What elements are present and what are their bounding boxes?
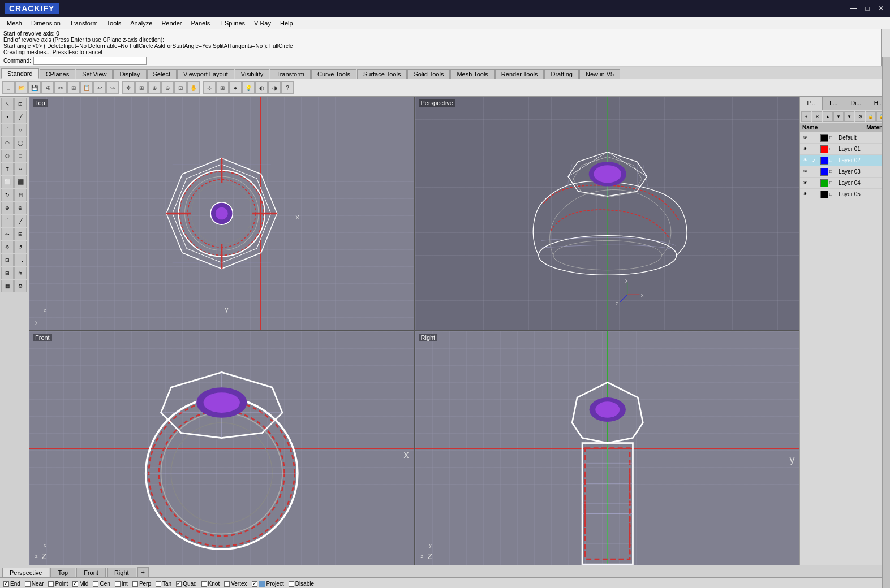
tb-move[interactable]: ✥ <box>122 81 135 94</box>
menu-item-v-ray[interactable]: V-Ray <box>250 19 276 28</box>
layer-color-swatch[interactable] <box>820 168 828 176</box>
snap-checkbox-near[interactable] <box>25 581 31 587</box>
btab-front[interactable]: Front <box>76 568 106 577</box>
snap-end[interactable]: End <box>3 581 20 587</box>
lt-circle[interactable]: ○ <box>14 124 27 136</box>
layer-visibility-icon[interactable]: 👁 <box>801 145 809 153</box>
toolbar-tab-visibility[interactable]: Visibility <box>235 69 270 79</box>
toolbar-tab-select[interactable]: Select <box>147 69 177 79</box>
tb-print[interactable]: 🖨 <box>41 81 54 94</box>
lt-bool-diff[interactable]: ⊖ <box>14 202 27 214</box>
lt-polygon[interactable]: ⬡ <box>1 150 14 162</box>
viewport-right[interactable]: Right <box>415 331 800 565</box>
layer-row-layer-03[interactable]: 👁□Layer 03 <box>800 166 890 178</box>
layer-lock-icon[interactable]: □ <box>829 146 836 152</box>
btab-add[interactable]: + <box>137 567 149 577</box>
snap-checkbox-point[interactable] <box>48 581 54 587</box>
layer-lock-icon[interactable]: □ <box>829 158 836 163</box>
snap-checkbox-int[interactable] <box>115 581 121 587</box>
tb-grid[interactable]: ⊞ <box>216 81 229 94</box>
tb-zoom-win[interactable]: ⊡ <box>174 81 187 94</box>
rp-delete[interactable]: ✕ <box>812 111 822 122</box>
viewport-label-perspective[interactable]: Perspective <box>419 99 455 107</box>
tb-help[interactable]: ? <box>281 81 294 94</box>
toolbar-tab-mesh-tools[interactable]: Mesh Tools <box>450 69 494 79</box>
snap-perp[interactable]: Perp <box>132 581 151 587</box>
rp-down[interactable]: ▼ <box>833 111 844 122</box>
lt-line[interactable]: ╱ <box>14 111 27 123</box>
lt-point[interactable]: • <box>1 111 14 123</box>
lt-revolve[interactable]: ↻ <box>1 189 14 201</box>
toolbar-tab-new-in-v5[interactable]: New in V5 <box>579 69 620 79</box>
layer-lock-icon[interactable]: □ <box>829 192 836 197</box>
window-controls[interactable]: — □ ✕ <box>849 4 885 13</box>
viewport-front[interactable]: Front <box>29 331 414 565</box>
lt-select[interactable]: ↖ <box>1 98 14 110</box>
tb-light[interactable]: 💡 <box>242 81 255 94</box>
lt-ellipse[interactable]: ◯ <box>14 137 27 149</box>
lt-move-tool[interactable]: ✥ <box>1 241 14 253</box>
tb-zoom-ext[interactable]: ⊞ <box>135 81 148 94</box>
snap-knot[interactable]: Knot <box>201 581 220 587</box>
minimize-button[interactable]: — <box>849 4 858 13</box>
menu-item-render[interactable]: Render <box>157 19 186 28</box>
layer-color-swatch[interactable] <box>820 134 828 142</box>
tb-redo[interactable]: ↪ <box>106 81 119 94</box>
rp-lock-all[interactable]: 🔒 <box>866 111 876 122</box>
lt-dim[interactable]: ↔ <box>14 163 27 175</box>
lt-shear[interactable]: ⋱ <box>14 254 27 266</box>
snap-checkbox-end[interactable] <box>3 581 9 587</box>
tb-env[interactable]: ◑ <box>268 81 281 94</box>
tb-mat[interactable]: ◐ <box>255 81 268 94</box>
tb-new[interactable]: □ <box>2 81 15 94</box>
lt-layer[interactable]: ▦ <box>1 280 14 292</box>
lt-mirror[interactable]: ⇔ <box>1 228 14 240</box>
snap-quad[interactable]: Quad <box>176 581 196 587</box>
lt-chamfer[interactable]: ╱ <box>14 215 27 227</box>
snap-near[interactable]: Near <box>25 581 44 587</box>
lt-cage[interactable]: ⊞ <box>1 267 14 279</box>
tb-save[interactable]: 💾 <box>28 81 41 94</box>
snap-checkbox-perp[interactable] <box>132 581 138 587</box>
lt-surface[interactable]: ⬜ <box>1 176 14 188</box>
tb-zoom-in[interactable]: ⊕ <box>148 81 161 94</box>
layer-row-default[interactable]: 👁□Default <box>800 132 890 144</box>
tb-open[interactable]: 📂 <box>15 81 28 94</box>
tb-paste[interactable]: 📋 <box>80 81 93 94</box>
btab-right[interactable]: Right <box>107 568 136 577</box>
snap-checkbox-mid[interactable] <box>72 581 78 587</box>
rp-tab-0[interactable]: P... <box>800 97 823 110</box>
lt-rect[interactable]: □ <box>14 150 27 162</box>
lt-extrude[interactable]: ⬛ <box>14 176 27 188</box>
lt-prop[interactable]: ⚙ <box>14 280 27 292</box>
lt-loft[interactable]: ⌸ <box>14 189 27 201</box>
menu-item-t-splines[interactable]: T-Splines <box>214 19 250 28</box>
layer-lock-icon[interactable]: □ <box>829 180 836 185</box>
lt-curve[interactable]: ⌒ <box>1 124 14 136</box>
snap-disable[interactable]: Disable <box>289 581 314 587</box>
layer-color-swatch[interactable] <box>820 191 828 198</box>
toolbar-tab-transform[interactable]: Transform <box>270 69 311 79</box>
layer-visibility-icon[interactable]: 👁 <box>801 191 809 198</box>
layer-row-layer-05[interactable]: 👁□Layer 05 <box>800 189 890 200</box>
snap-vertex[interactable]: Vertex <box>224 581 247 587</box>
menu-item-panels[interactable]: Panels <box>187 19 215 28</box>
layer-row-layer-02[interactable]: 👁✓□Layer 02 <box>800 155 890 166</box>
snap-checkbox-knot[interactable] <box>201 581 207 587</box>
viewport-label-front[interactable]: Front <box>33 334 52 341</box>
lt-select2[interactable]: ⊡ <box>14 98 27 110</box>
toolbar-tab-display[interactable]: Display <box>113 69 146 79</box>
lt-scale[interactable]: ⊡ <box>1 254 14 266</box>
viewport-label-right[interactable]: Right <box>419 334 438 341</box>
menu-item-help[interactable]: Help <box>276 19 298 28</box>
lt-fillet[interactable]: ⌒ <box>1 215 14 227</box>
snap-mid[interactable]: Mid <box>72 581 88 587</box>
lt-arc[interactable]: ◠ <box>1 137 14 149</box>
lt-text[interactable]: T <box>1 163 14 175</box>
lt-rotate[interactable]: ↺ <box>14 241 27 253</box>
toolbar-tab-solid-tools[interactable]: Solid Tools <box>407 69 450 79</box>
tb-snap[interactable]: ⊹ <box>203 81 216 94</box>
viewport-label-top[interactable]: Top <box>33 99 48 107</box>
toolbar-tab-render-tools[interactable]: Render Tools <box>495 69 544 79</box>
toolbar-tab-cplanes[interactable]: CPlanes <box>40 69 76 79</box>
